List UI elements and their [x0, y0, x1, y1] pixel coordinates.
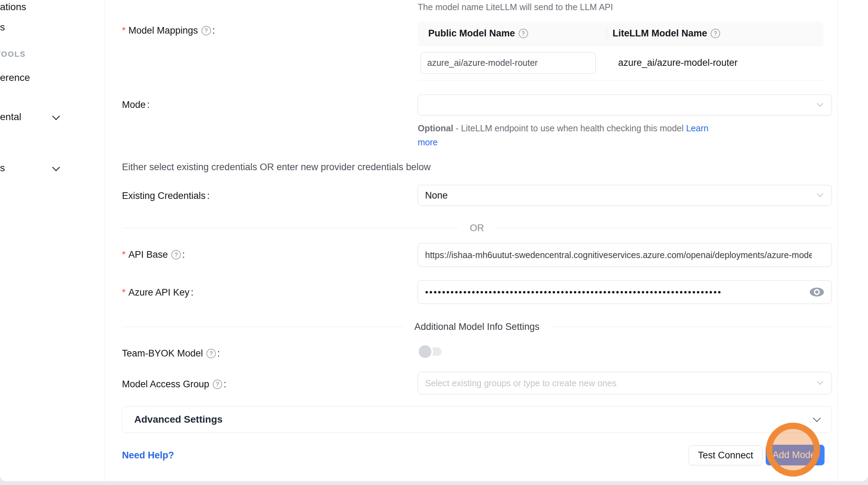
section-divider-text: Additional Model Info Settings: [414, 321, 539, 332]
sidebar: ations s TOOLS erence ental s: [0, 0, 105, 481]
mode-helper-text: Optional - LiteLLM endpoint to use when …: [418, 121, 712, 149]
help-icon[interactable]: ?: [206, 349, 216, 358]
eye-icon: [809, 286, 825, 298]
column-header-public-model-name: Public Model Name ?: [418, 22, 607, 45]
sidebar-item-label: s: [0, 162, 5, 173]
existing-credentials-value: None: [425, 190, 448, 201]
chevron-down-icon: [817, 378, 823, 384]
team-byok-label: Team-BYOK Model ?: [122, 348, 220, 359]
test-connect-button[interactable]: Test Connect: [689, 445, 763, 465]
litellm-model-name-helper: The model name LiteLLM will send to the …: [418, 2, 613, 12]
chevron-down-icon: [817, 100, 823, 106]
existing-credentials-select[interactable]: None: [418, 185, 832, 206]
table-header-row: Public Model Name ? LiteLLM Model Name ?: [418, 22, 823, 46]
sidebar-item[interactable]: s: [0, 162, 5, 174]
chevron-down-icon: [813, 414, 821, 422]
team-byok-toggle[interactable]: [420, 347, 442, 356]
api-base-label: * API Base ?: [122, 249, 185, 260]
azure-api-key-label: * Azure API Key: [122, 287, 193, 298]
api-base-input[interactable]: https://ishaa-mh6uutut-swedencentral.cog…: [418, 243, 832, 267]
add-model-form-card: ations s TOOLS erence ental s The model …: [0, 0, 868, 481]
mode-helper-prefix: Optional: [418, 123, 453, 133]
sidebar-item[interactable]: ental: [0, 111, 21, 123]
mode-select[interactable]: [418, 95, 832, 116]
add-model-button[interactable]: Add Model: [766, 445, 825, 465]
chevron-down-icon: [817, 190, 823, 197]
required-marker: *: [122, 287, 126, 298]
public-model-name-input[interactable]: [421, 52, 596, 74]
litellm-model-name-value: azure_ai/azure-model-router: [607, 57, 738, 68]
sidebar-item-label: ations: [0, 1, 26, 12]
model-access-group-placeholder: Select existing groups or type to create…: [425, 378, 616, 388]
model-mappings-table: Public Model Name ? LiteLLM Model Name ?…: [418, 22, 823, 81]
sidebar-item[interactable]: erence: [0, 72, 30, 83]
existing-credentials-label: Existing Credentials: [122, 190, 210, 201]
toggle-password-visibility-button[interactable]: [808, 285, 825, 299]
or-divider: OR: [122, 222, 832, 234]
help-icon[interactable]: ?: [711, 29, 720, 38]
sidebar-item[interactable]: ations: [0, 1, 26, 13]
or-divider-text: OR: [470, 223, 484, 234]
sidebar-item-label: erence: [0, 72, 30, 83]
api-base-value: https://ishaa-mh6uutut-swedencentral.cog…: [425, 250, 812, 260]
chevron-down-icon: [52, 164, 60, 172]
divider-line: [122, 327, 402, 327]
help-icon[interactable]: ?: [201, 26, 211, 35]
sidebar-item-label: s: [0, 22, 5, 33]
divider-line: [552, 327, 832, 327]
required-marker: *: [122, 249, 126, 260]
divider-line: [496, 228, 832, 228]
credentials-note: Either select existing credentials OR en…: [122, 162, 431, 173]
additional-model-info-divider: Additional Model Info Settings: [122, 321, 832, 333]
help-icon[interactable]: ?: [213, 380, 222, 389]
help-icon[interactable]: ?: [171, 250, 181, 259]
sidebar-item[interactable]: s: [0, 22, 5, 33]
need-help-link[interactable]: Need Help?: [122, 450, 174, 461]
public-model-name-cell: [418, 52, 607, 74]
masked-api-key: ••••••••••••••••••••••••••••••••••••••••…: [425, 287, 722, 298]
mode-label: Mode: [122, 99, 150, 110]
azure-api-key-input[interactable]: ••••••••••••••••••••••••••••••••••••••••…: [418, 280, 832, 304]
chevron-down-icon: [52, 112, 60, 120]
advanced-settings-title: Advanced Settings: [134, 414, 223, 425]
model-access-group-select[interactable]: Select existing groups or type to create…: [418, 372, 832, 394]
table-row: azure_ai/azure-model-router: [418, 46, 823, 81]
divider-line: [122, 228, 458, 228]
model-access-group-label: Model Access Group ?: [122, 379, 226, 390]
sidebar-item-label: ental: [0, 111, 21, 122]
model-mappings-label: * Model Mappings ?: [122, 25, 215, 36]
content-right-divider: [838, 0, 868, 481]
sidebar-section-label: TOOLS: [0, 50, 26, 59]
toggle-knob: [419, 345, 431, 358]
required-marker: *: [122, 25, 126, 36]
column-header-litellm-model-name: LiteLLM Model Name ?: [607, 28, 720, 39]
advanced-settings-panel[interactable]: Advanced Settings: [122, 406, 832, 433]
help-icon[interactable]: ?: [519, 29, 528, 38]
